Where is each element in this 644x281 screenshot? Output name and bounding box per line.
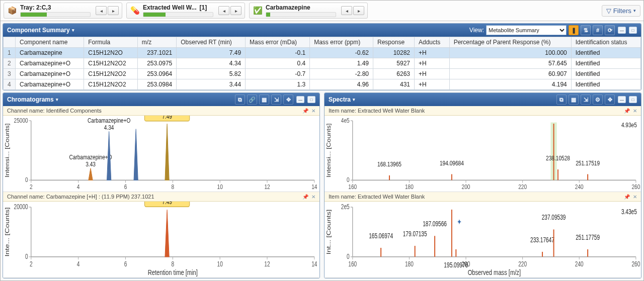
svg-text:4: 4 <box>77 260 80 268</box>
table-cell: 4 <box>4 79 16 90</box>
next-button[interactable]: ▸ <box>230 6 242 15</box>
plot-area[interactable]: 2468101214020000Inte... [Counts]Retentio… <box>3 202 319 277</box>
crumb-icon: 📦 <box>7 6 17 16</box>
svg-text:Observed mass [m/z]: Observed mass [m/z] <box>468 268 521 276</box>
move-icon[interactable]: ✥ <box>605 95 615 105</box>
settings-icon[interactable]: ⚙ <box>593 95 603 105</box>
table-row[interactable]: 1CarbamazepineC15H12N2O237.10217.49-0.1-… <box>4 48 641 58</box>
column-header[interactable]: Adducts <box>415 37 450 48</box>
close-icon[interactable]: ✕ <box>633 194 637 200</box>
next-button[interactable]: ▸ <box>353 6 364 15</box>
minimize-button[interactable]: — <box>296 96 304 103</box>
table-cell: Identified <box>571 79 640 90</box>
close-icon[interactable]: ✕ <box>633 108 637 114</box>
crumb-title: Tray: 2:C,3 <box>20 4 51 11</box>
panel-title[interactable]: Spectra <box>329 96 351 103</box>
column-header[interactable]: Percentage of Parent Response (%) <box>449 37 571 48</box>
table-cell: Carbamazepine+O <box>16 79 84 90</box>
minimize-button[interactable]: — <box>618 27 626 34</box>
close-icon[interactable]: ✕ <box>311 194 315 200</box>
grid-icon[interactable]: ▦ <box>569 95 579 105</box>
svg-text:160: 160 <box>348 260 357 268</box>
maximize-button[interactable]: □ <box>629 96 637 103</box>
move-icon[interactable]: ✥ <box>283 95 293 105</box>
column-header[interactable] <box>4 37 16 48</box>
chevron-down-icon[interactable]: ▾ <box>353 97 355 102</box>
svg-text:251.17759: 251.17759 <box>576 233 600 241</box>
prev-button[interactable]: ◂ <box>96 6 107 15</box>
breadcrumb-crumb[interactable]: ✅ Carbamazepine ◂ ▸ <box>249 3 368 19</box>
svg-text:12: 12 <box>264 260 270 268</box>
copy-icon[interactable]: ⧉ <box>235 95 245 105</box>
plot-area[interactable]: 16018020022024026004e5Intensi... [Counts… <box>325 116 641 192</box>
pin-icon[interactable]: 📌 <box>302 194 308 200</box>
refresh-icon[interactable]: ⟳ <box>605 25 615 35</box>
plot-channel-label: Channel name: Identified Components <box>7 108 102 114</box>
maximize-button[interactable]: □ <box>629 27 637 34</box>
table-cell: Carbamazepine+O <box>16 58 84 69</box>
panel-title[interactable]: Chromatograms <box>7 96 54 103</box>
column-header[interactable]: m/z <box>137 37 176 48</box>
column-header[interactable]: Response <box>373 37 415 48</box>
table-cell: 1.49 <box>310 58 373 69</box>
next-button[interactable]: ▸ <box>108 6 119 15</box>
column-config-icon[interactable]: ❚ <box>569 25 579 35</box>
column-header[interactable]: Component name <box>16 37 84 48</box>
table-cell: 7.49 <box>177 48 246 58</box>
column-header[interactable]: Identification status <box>571 37 640 48</box>
pin-icon[interactable]: 📌 <box>624 194 630 200</box>
hash-icon[interactable]: # <box>593 25 603 35</box>
svg-text:Carbamazepine+O: Carbamazepine+O <box>69 154 112 160</box>
crumb-progress <box>143 12 213 17</box>
svg-text:Carbamazepine+O: Carbamazepine+O <box>88 117 130 124</box>
chevron-down-icon[interactable]: ▾ <box>56 97 58 102</box>
crumb-pager: ◂ ▸ <box>341 6 364 15</box>
table-cell: Carbamazepine+O <box>16 69 84 79</box>
table-cell: +H <box>415 69 450 79</box>
component-summary-table[interactable]: Component nameFormulam/zObserved RT (min… <box>3 37 641 90</box>
table-cell: +H <box>415 79 450 90</box>
plot-subheader: Item name: Extracted Well Water Blank 📌✕ <box>325 192 641 202</box>
link-icon[interactable]: 🔗 <box>247 95 257 105</box>
plot-channel-label: Item name: Extracted Well Water Blank <box>329 194 425 200</box>
table-cell: 3 <box>4 69 16 79</box>
pin-icon[interactable]: 📌 <box>624 108 630 114</box>
plot-area[interactable]: 16018020022024026002e5Int... [Counts]Obs… <box>325 202 641 277</box>
maximize-button[interactable]: □ <box>307 96 315 103</box>
svg-text:260: 260 <box>631 183 640 190</box>
view-select[interactable]: Metabolite Summary <box>486 25 567 35</box>
tree-icon[interactable]: ⇅ <box>581 25 591 35</box>
svg-text:0: 0 <box>25 252 28 260</box>
table-cell: -2.80 <box>310 69 373 79</box>
copy-icon[interactable]: ⧉ <box>556 95 567 105</box>
breadcrumb-crumb[interactable]: 📦 Tray: 2:C,3 ◂ ▸ <box>4 3 122 19</box>
column-header[interactable]: Mass error (ppm) <box>310 37 373 48</box>
column-header[interactable]: Observed RT (min) <box>177 37 246 48</box>
table-row[interactable]: 3Carbamazepine+OC15H12N2O2253.09645.82-0… <box>4 69 641 79</box>
chevron-down-icon[interactable]: ▾ <box>72 28 74 33</box>
prev-button[interactable]: ◂ <box>341 6 352 15</box>
table-row[interactable]: 4Carbamazepine+OC15H12N2O2253.09843.441.… <box>4 79 641 90</box>
column-header[interactable]: Formula <box>84 37 138 48</box>
pin-icon[interactable]: 📌 <box>302 108 308 114</box>
table-cell: Identified <box>571 48 640 58</box>
svg-text:180: 180 <box>405 260 414 268</box>
filters-button[interactable]: ▽ Filters ▾ <box>602 5 640 17</box>
table-cell: 431 <box>373 79 415 90</box>
svg-text:3.43e5: 3.43e5 <box>621 208 637 216</box>
panel-title[interactable]: Component Summary <box>7 27 70 34</box>
minimize-button[interactable]: — <box>618 96 626 103</box>
table-row[interactable]: 2Carbamazepine+OC15H12N2O2253.09754.340.… <box>4 58 641 69</box>
breadcrumb-crumb[interactable]: 💊 Extracted Well W... [1] ◂ ▸ <box>126 3 245 19</box>
column-header[interactable]: Mass error (mDa) <box>246 37 310 48</box>
prev-button[interactable]: ◂ <box>218 6 229 15</box>
export-icon[interactable]: ⇲ <box>581 95 591 105</box>
svg-text:2: 2 <box>30 260 33 268</box>
crumb-progress <box>20 12 91 17</box>
crumb-title: Extracted Well W... <box>143 4 196 11</box>
svg-text:2e5: 2e5 <box>341 203 350 211</box>
grid-icon[interactable]: ▦ <box>259 95 269 105</box>
close-icon[interactable]: ✕ <box>311 108 315 114</box>
plot-area[interactable]: 2468101214025000Intensi... [Counts]Carba… <box>3 116 319 192</box>
export-icon[interactable]: ⇲ <box>271 95 281 105</box>
